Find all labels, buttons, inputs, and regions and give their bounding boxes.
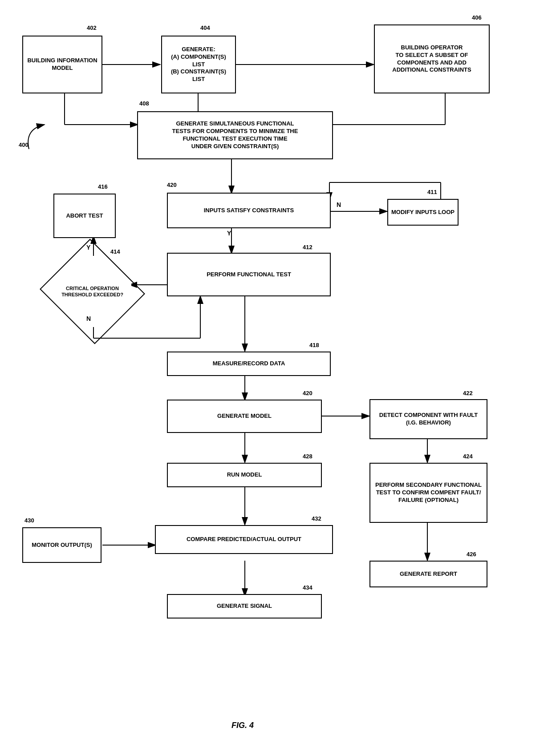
node-434-text: GENERATE SIGNAL	[217, 602, 272, 610]
node-411: MODIFY INPUTS LOOP	[387, 199, 459, 226]
diagram-container: BUILDING INFORMATION MODEL 402 GENERATE:…	[0, 0, 552, 756]
label-408: 408	[139, 100, 149, 107]
label-434: 434	[303, 584, 313, 591]
node-414-text: CRITICAL OPERATION THRESHOLD EXCEEDED?	[53, 283, 131, 300]
node-402-text: BUILDING INFORMATION MODEL	[26, 57, 99, 72]
node-404: GENERATE:(A) COMPONENT(S) LIST(B) CONSTR…	[161, 36, 236, 93]
node-408: GENERATE SIMULTANEOUS FUNCTIONALTESTS FO…	[137, 111, 333, 159]
label-406: 406	[472, 14, 482, 21]
node-408-text: GENERATE SIMULTANEOUS FUNCTIONALTESTS FO…	[172, 120, 298, 150]
node-404-text: GENERATE:(A) COMPONENT(S) LIST(B) CONSTR…	[165, 46, 232, 83]
node-418-text: MEASURE/RECORD DATA	[213, 360, 285, 368]
node-406: BUILDING OPERATORTO SELECT A SUBSET OFCO…	[374, 24, 490, 93]
label-430: 430	[24, 517, 34, 524]
label-y-420: Y	[227, 230, 231, 237]
node-416: ABORT TEST	[53, 194, 116, 238]
label-422: 422	[463, 390, 473, 396]
node-412-text: PERFORM FUNCTIONAL TEST	[207, 271, 291, 279]
fig-caption: FIG. 4	[231, 721, 254, 730]
node-428: RUN MODEL	[167, 463, 322, 487]
node-426-text: GENERATE REPORT	[400, 570, 457, 578]
node-414: CRITICAL OPERATION THRESHOLD EXCEEDED?	[53, 256, 131, 327]
label-420b: 420	[303, 390, 313, 396]
label-426: 426	[467, 551, 476, 558]
label-411: 411	[427, 189, 437, 195]
label-414: 414	[110, 248, 120, 255]
node-420b-text: GENERATE MODEL	[217, 412, 272, 420]
node-424: PERFORM SECONDARY FUNCTIONAL TEST TO CON…	[369, 463, 487, 523]
label-420: 420	[167, 182, 177, 188]
label-428: 428	[303, 453, 313, 460]
label-y-414: Y	[86, 244, 90, 251]
node-420b: GENERATE MODEL	[167, 400, 322, 433]
label-432: 432	[312, 515, 321, 522]
node-402: BUILDING INFORMATION MODEL	[22, 36, 102, 93]
node-430-text: MONITOR OUTPUT(S)	[32, 542, 92, 549]
label-402: 402	[87, 24, 97, 31]
node-420-inputs: INPUTS SATISFY CONSTRAINTS	[167, 193, 331, 228]
label-418: 418	[309, 342, 319, 348]
node-432: COMPARE PREDICTED/ACTUAL OUTPUT	[155, 525, 333, 554]
label-400: 400	[19, 141, 28, 148]
node-428-text: RUN MODEL	[227, 471, 262, 479]
node-420-text: INPUTS SATISFY CONSTRAINTS	[204, 207, 294, 214]
node-416-text: ABORT TEST	[66, 212, 103, 220]
label-424: 424	[463, 453, 473, 460]
node-434: GENERATE SIGNAL	[167, 594, 322, 619]
label-416: 416	[98, 183, 108, 190]
node-418: MEASURE/RECORD DATA	[167, 352, 331, 376]
node-422: DETECT COMPONENT WITH FAULT (I.G. BEHAVI…	[369, 399, 487, 439]
node-430: MONITOR OUTPUT(S)	[22, 527, 101, 563]
label-412: 412	[303, 244, 313, 251]
node-411-text: MODIFY INPUTS LOOP	[391, 209, 455, 216]
node-426: GENERATE REPORT	[369, 561, 487, 587]
node-424-text: PERFORM SECONDARY FUNCTIONAL TEST TO CON…	[373, 481, 484, 504]
label-404: 404	[200, 24, 210, 31]
label-n-414: N	[86, 315, 91, 322]
node-432-text: COMPARE PREDICTED/ACTUAL OUTPUT	[187, 536, 301, 543]
node-422-text: DETECT COMPONENT WITH FAULT (I.G. BEHAVI…	[373, 412, 484, 427]
node-406-text: BUILDING OPERATORTO SELECT A SUBSET OFCO…	[392, 44, 471, 74]
node-412: PERFORM FUNCTIONAL TEST	[167, 253, 331, 296]
label-n-420: N	[337, 201, 341, 208]
